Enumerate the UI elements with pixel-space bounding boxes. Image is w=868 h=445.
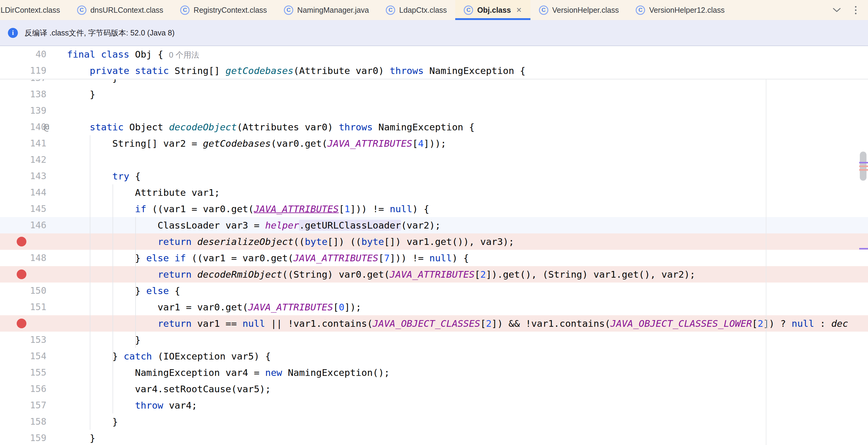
gutter-146[interactable]: 146 [0,217,66,233]
tab-NamingManager.java[interactable]: CNamingManager.java [275,0,377,20]
code-text[interactable]: } [66,430,868,445]
gutter-139[interactable]: 139 [0,102,66,119]
code-line-147[interactable]: return deserializeObject((byte[]) ((byte… [0,233,868,250]
code-text[interactable]: private static String[] getCodebases(Att… [66,62,868,79]
gutter-140[interactable]: 140@ [0,119,66,135]
code-text[interactable]: } else { [66,283,868,299]
line-number: 153 [30,331,46,348]
gutter-138[interactable]: 138 [0,86,66,102]
gutter-148[interactable]: 148 [0,250,66,266]
gutter-141[interactable]: 141 [0,135,66,152]
right-margin-guide [766,46,766,445]
sticky-line-119[interactable]: 119 private static String[] getCodebases… [0,62,868,79]
tab-label: NamingManager.java [297,6,369,14]
breakpoint-icon[interactable] [17,237,26,247]
gutter-157[interactable]: 157 [0,397,66,413]
code-line-146[interactable]: 146 ClassLoader var3 = helper.getURLClas… [0,217,868,233]
code-text[interactable]: return var1 == null || !var1.contains(JA… [66,315,868,331]
code-text[interactable]: static Object decodeObject(Attributes va… [66,119,868,135]
gutter-143[interactable]: 143 [0,168,66,184]
code-line-152[interactable]: return var1 == null || !var1.contains(JA… [0,315,868,331]
code-text[interactable]: NamingException var4 = new NamingExcepti… [66,364,868,381]
sticky-line-40[interactable]: 40final class Obj { 0 个用法 [0,46,868,62]
code-text[interactable]: } else if ((var1 = var0.get(JAVA_ATTRIBU… [66,250,868,266]
more-options-icon[interactable] [851,6,860,14]
gutter-147[interactable] [0,233,66,250]
gutter-145[interactable]: 145 [0,201,66,217]
code-text[interactable]: return decodeRmiObject((String) var0.get… [66,266,868,283]
gutter-149[interactable] [0,266,66,283]
code-text[interactable]: if ((var1 = var0.get(JAVA_ATTRIBUTES[1])… [66,201,868,217]
code-text[interactable]: String[] var2 = getCodebases(var0.get(JA… [66,135,868,152]
line-number: 148 [30,250,46,266]
code-text[interactable]: } [66,86,868,102]
chevron-down-icon[interactable] [832,5,841,14]
gutter-154[interactable]: 154 [0,348,66,364]
tab-dnsURLContext.class[interactable]: CdnsURLContext.class [68,0,172,20]
code-text[interactable]: ClassLoader var3 = helper.getURLClassLoa… [66,217,868,233]
gutter-156[interactable]: 156 [0,381,66,397]
code-line-158[interactable]: 158 } [0,413,868,430]
line-number: 156 [30,381,46,397]
at-gutter-icon[interactable]: @ [44,119,49,135]
code-text[interactable]: } [66,331,868,348]
code-text[interactable]: var1 = var0.get(JAVA_ATTRIBUTES[0]); [66,299,868,315]
code-line-153[interactable]: 153 } [0,331,868,348]
gutter-40[interactable]: 40 [0,46,66,62]
code-line-149[interactable]: return decodeRmiObject((String) var0.get… [0,266,868,283]
tab-VersionHelper.class[interactable]: CVersionHelper.class [530,0,627,20]
code-line-143[interactable]: 143 try { [0,168,868,184]
code-line-140[interactable]: 140@ static Object decodeObject(Attribut… [0,119,868,135]
error-stripe-mark[interactable] [859,169,868,171]
code-line-156[interactable]: 156 var4.setRootCause(var5); [0,381,868,397]
tab-LdapCtx.class[interactable]: CLdapCtx.class [377,0,455,20]
code-line-138[interactable]: 138 } [0,86,868,102]
code-line-159[interactable]: 159 } [0,430,868,445]
gutter-144[interactable]: 144 [0,184,66,201]
gutter-150[interactable]: 150 [0,283,66,299]
error-stripe-mark[interactable] [859,162,868,163]
code-line-151[interactable]: 151 var1 = var0.get(JAVA_ATTRIBUTES[0]); [0,299,868,315]
tab-Obj.class[interactable]: CObj.class✕ [455,0,530,20]
error-stripe-mark[interactable] [859,165,868,167]
code-line-157[interactable]: 157 throw var4; [0,397,868,413]
gutter-153[interactable]: 153 [0,331,66,348]
tab-label: RegistryContext.class [193,6,267,14]
gutter-142[interactable]: 142 [0,152,66,168]
code-text[interactable]: Attribute var1; [66,184,868,201]
code-line-150[interactable]: 150 } else { [0,283,868,299]
gutter-119[interactable]: 119 [0,62,66,79]
close-icon[interactable]: ✕ [516,6,522,14]
code-text[interactable]: throw var4; [66,397,868,413]
code-text[interactable]: } catch (IOException var5) { [66,348,868,364]
breakpoint-icon[interactable] [17,269,26,279]
gutter-152[interactable] [0,315,66,331]
gutter-158[interactable]: 158 [0,413,66,430]
tab-VersionHelper12.class[interactable]: CVersionHelper12.class [627,0,733,20]
tab-RLDirContext.class[interactable]: RLDirContext.class [0,0,68,20]
code-line-141[interactable]: 141 String[] var2 = getCodebases(var0.ge… [0,135,868,152]
breakpoint-icon[interactable] [17,319,26,328]
gutter-159[interactable]: 159 [0,430,66,445]
line-number: 154 [30,348,46,364]
code-text[interactable]: try { [66,168,868,184]
code-text[interactable]: return deserializeObject((byte[]) ((byte… [66,233,868,250]
code-line-148[interactable]: 148 } else if ((var1 = var0.get(JAVA_ATT… [0,250,868,266]
code-line-145[interactable]: 145 if ((var1 = var0.get(JAVA_ATTRIBUTES… [0,201,868,217]
code-text[interactable]: } [66,413,868,430]
code-editor[interactable]: 137 }138 }139140@ static Object decodeOb… [0,46,868,445]
gutter-151[interactable]: 151 [0,299,66,315]
code-line-154[interactable]: 154 } catch (IOException var5) { [0,348,868,364]
code-text[interactable] [66,152,868,168]
code-line-139[interactable]: 139 [0,102,868,119]
gutter-155[interactable]: 155 [0,364,66,381]
code-text[interactable]: final class Obj { 0 个用法 [66,46,868,62]
line-number: 138 [30,86,46,102]
code-line-142[interactable]: 142 [0,152,868,168]
tab-RegistryContext.class[interactable]: CRegistryContext.class [172,0,275,20]
code-line-155[interactable]: 155 NamingException var4 = new NamingExc… [0,364,868,381]
code-text[interactable] [66,102,868,119]
error-stripe-mark[interactable] [859,248,868,250]
code-line-144[interactable]: 144 Attribute var1; [0,184,868,201]
code-text[interactable]: var4.setRootCause(var5); [66,381,868,397]
